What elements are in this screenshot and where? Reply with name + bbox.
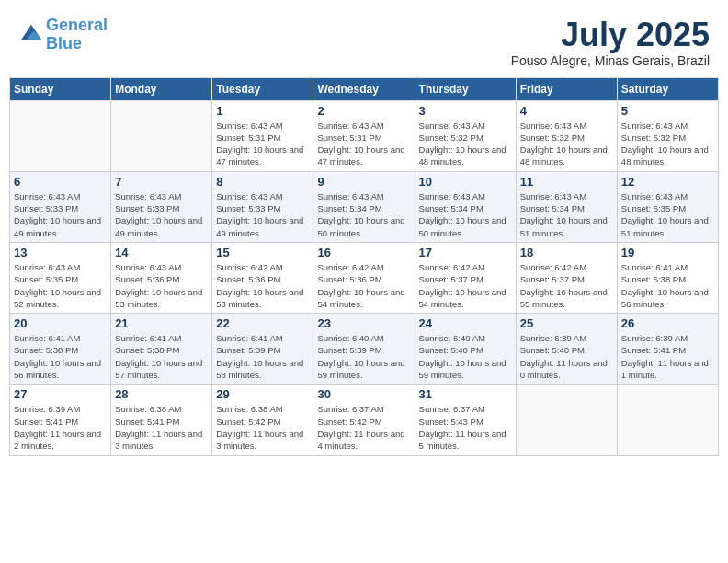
- calendar-cell: 27Sunrise: 6:39 AM Sunset: 5:41 PM Dayli…: [10, 385, 111, 455]
- day-info: Sunrise: 6:43 AM Sunset: 5:33 PM Dayligh…: [216, 190, 309, 239]
- calendar-cell: 14Sunrise: 6:43 AM Sunset: 5:36 PM Dayli…: [111, 242, 212, 313]
- day-info: Sunrise: 6:38 AM Sunset: 5:41 PM Dayligh…: [115, 403, 208, 452]
- logo-text: General Blue: [46, 17, 108, 53]
- calendar-cell: 31Sunrise: 6:37 AM Sunset: 5:43 PM Dayli…: [415, 385, 516, 455]
- day-info: Sunrise: 6:38 AM Sunset: 5:42 PM Dayligh…: [216, 403, 309, 452]
- calendar-cell: 21Sunrise: 6:41 AM Sunset: 5:38 PM Dayli…: [111, 314, 212, 385]
- day-of-week-header: Saturday: [617, 77, 718, 100]
- day-number: 3: [419, 104, 512, 118]
- day-info: Sunrise: 6:43 AM Sunset: 5:34 PM Dayligh…: [317, 190, 410, 239]
- day-number: 9: [317, 175, 410, 189]
- logo: General Blue: [18, 17, 108, 53]
- calendar-cell: 20Sunrise: 6:41 AM Sunset: 5:38 PM Dayli…: [10, 314, 111, 385]
- day-number: 28: [115, 387, 208, 401]
- day-info: Sunrise: 6:37 AM Sunset: 5:43 PM Dayligh…: [419, 403, 512, 452]
- calendar-cell: 11Sunrise: 6:43 AM Sunset: 5:34 PM Dayli…: [516, 171, 617, 242]
- day-number: 25: [520, 316, 613, 330]
- calendar-cell: [10, 100, 111, 171]
- day-number: 24: [419, 316, 512, 330]
- day-number: 6: [14, 175, 107, 189]
- day-number: 20: [14, 316, 107, 330]
- calendar-cell: 13Sunrise: 6:43 AM Sunset: 5:35 PM Dayli…: [10, 242, 111, 313]
- calendar-cell: 30Sunrise: 6:37 AM Sunset: 5:42 PM Dayli…: [313, 385, 415, 455]
- day-number: 18: [520, 246, 613, 259]
- calendar-cell: 6Sunrise: 6:43 AM Sunset: 5:33 PM Daylig…: [10, 171, 111, 242]
- calendar-cell: 16Sunrise: 6:42 AM Sunset: 5:36 PM Dayli…: [313, 242, 415, 313]
- day-info: Sunrise: 6:43 AM Sunset: 5:35 PM Dayligh…: [14, 261, 107, 310]
- day-of-week-header: Monday: [111, 77, 212, 100]
- calendar-cell: 29Sunrise: 6:38 AM Sunset: 5:42 PM Dayli…: [212, 385, 313, 455]
- month-year-title: July 2025: [511, 17, 710, 53]
- day-info: Sunrise: 6:43 AM Sunset: 5:31 PM Dayligh…: [317, 120, 410, 168]
- calendar-cell: 10Sunrise: 6:43 AM Sunset: 5:34 PM Dayli…: [415, 171, 516, 242]
- calendar-week-row: 1Sunrise: 6:43 AM Sunset: 5:31 PM Daylig…: [10, 100, 719, 171]
- calendar-week-row: 6Sunrise: 6:43 AM Sunset: 5:33 PM Daylig…: [10, 171, 719, 242]
- calendar-cell: 7Sunrise: 6:43 AM Sunset: 5:33 PM Daylig…: [111, 171, 212, 242]
- day-of-week-header: Sunday: [10, 77, 111, 100]
- calendar-cell: [617, 385, 718, 455]
- calendar-cell: [516, 385, 617, 455]
- calendar-cell: 8Sunrise: 6:43 AM Sunset: 5:33 PM Daylig…: [212, 171, 313, 242]
- calendar-cell: 25Sunrise: 6:39 AM Sunset: 5:40 PM Dayli…: [516, 314, 617, 385]
- logo-icon: [18, 22, 44, 48]
- calendar-cell: 9Sunrise: 6:43 AM Sunset: 5:34 PM Daylig…: [313, 171, 415, 242]
- day-info: Sunrise: 6:43 AM Sunset: 5:34 PM Dayligh…: [520, 190, 613, 239]
- day-number: 15: [216, 246, 309, 259]
- day-info: Sunrise: 6:43 AM Sunset: 5:33 PM Dayligh…: [115, 190, 208, 239]
- day-info: Sunrise: 6:41 AM Sunset: 5:38 PM Dayligh…: [115, 332, 208, 381]
- day-number: 1: [216, 104, 309, 118]
- calendar-cell: 28Sunrise: 6:38 AM Sunset: 5:41 PM Dayli…: [111, 385, 212, 455]
- day-info: Sunrise: 6:39 AM Sunset: 5:41 PM Dayligh…: [14, 403, 107, 452]
- day-info: Sunrise: 6:37 AM Sunset: 5:42 PM Dayligh…: [317, 403, 410, 452]
- day-of-week-header: Friday: [516, 77, 617, 100]
- day-number: 29: [216, 387, 309, 401]
- day-info: Sunrise: 6:43 AM Sunset: 5:32 PM Dayligh…: [419, 120, 512, 168]
- calendar-cell: 17Sunrise: 6:42 AM Sunset: 5:37 PM Dayli…: [415, 242, 516, 313]
- day-number: 23: [317, 316, 410, 330]
- title-block: July 2025 Pouso Alegre, Minas Gerais, Br…: [511, 17, 710, 68]
- day-info: Sunrise: 6:43 AM Sunset: 5:33 PM Dayligh…: [14, 190, 107, 239]
- day-number: 21: [115, 316, 208, 330]
- day-info: Sunrise: 6:42 AM Sunset: 5:37 PM Dayligh…: [520, 261, 613, 310]
- day-number: 11: [520, 175, 613, 189]
- day-number: 5: [621, 104, 714, 118]
- calendar-cell: 4Sunrise: 6:43 AM Sunset: 5:32 PM Daylig…: [516, 100, 617, 171]
- day-info: Sunrise: 6:43 AM Sunset: 5:32 PM Dayligh…: [520, 120, 613, 168]
- day-number: 31: [419, 387, 512, 401]
- day-of-week-header: Thursday: [415, 77, 516, 100]
- day-number: 22: [216, 316, 309, 330]
- calendar-cell: 22Sunrise: 6:41 AM Sunset: 5:39 PM Dayli…: [212, 314, 313, 385]
- calendar-cell: 1Sunrise: 6:43 AM Sunset: 5:31 PM Daylig…: [212, 100, 313, 171]
- calendar-week-row: 13Sunrise: 6:43 AM Sunset: 5:35 PM Dayli…: [10, 242, 719, 313]
- day-number: 16: [317, 246, 410, 259]
- day-number: 17: [419, 246, 512, 259]
- day-number: 13: [14, 246, 107, 259]
- day-info: Sunrise: 6:41 AM Sunset: 5:38 PM Dayligh…: [14, 332, 107, 381]
- calendar-cell: 12Sunrise: 6:43 AM Sunset: 5:35 PM Dayli…: [617, 171, 718, 242]
- calendar-table: SundayMondayTuesdayWednesdayThursdayFrid…: [9, 77, 719, 456]
- day-info: Sunrise: 6:42 AM Sunset: 5:36 PM Dayligh…: [216, 261, 309, 310]
- day-number: 19: [621, 246, 714, 259]
- day-info: Sunrise: 6:42 AM Sunset: 5:36 PM Dayligh…: [317, 261, 410, 310]
- location-subtitle: Pouso Alegre, Minas Gerais, Brazil: [511, 53, 710, 68]
- day-number: 26: [621, 316, 714, 330]
- calendar-week-row: 20Sunrise: 6:41 AM Sunset: 5:38 PM Dayli…: [10, 314, 719, 385]
- day-number: 12: [621, 175, 714, 189]
- calendar-header-row: SundayMondayTuesdayWednesdayThursdayFrid…: [10, 77, 719, 100]
- day-number: 7: [115, 175, 208, 189]
- day-info: Sunrise: 6:41 AM Sunset: 5:39 PM Dayligh…: [216, 332, 309, 381]
- day-info: Sunrise: 6:43 AM Sunset: 5:32 PM Dayligh…: [621, 120, 714, 168]
- calendar-cell: 26Sunrise: 6:39 AM Sunset: 5:41 PM Dayli…: [617, 314, 718, 385]
- calendar-cell: 24Sunrise: 6:40 AM Sunset: 5:40 PM Dayli…: [415, 314, 516, 385]
- calendar-cell: 15Sunrise: 6:42 AM Sunset: 5:36 PM Dayli…: [212, 242, 313, 313]
- day-info: Sunrise: 6:43 AM Sunset: 5:31 PM Dayligh…: [216, 120, 309, 168]
- day-number: 2: [317, 104, 410, 118]
- day-info: Sunrise: 6:43 AM Sunset: 5:36 PM Dayligh…: [115, 261, 208, 310]
- calendar-cell: [111, 100, 212, 171]
- day-info: Sunrise: 6:40 AM Sunset: 5:40 PM Dayligh…: [419, 332, 512, 381]
- day-number: 8: [216, 175, 309, 189]
- day-number: 14: [115, 246, 208, 259]
- day-of-week-header: Tuesday: [212, 77, 313, 100]
- day-info: Sunrise: 6:41 AM Sunset: 5:38 PM Dayligh…: [621, 261, 714, 310]
- day-info: Sunrise: 6:40 AM Sunset: 5:39 PM Dayligh…: [317, 332, 410, 381]
